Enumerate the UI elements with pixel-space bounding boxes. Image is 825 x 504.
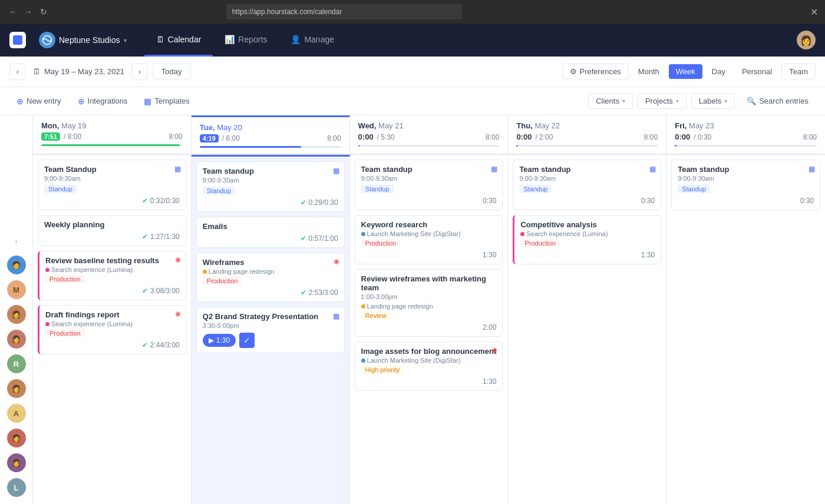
day-time-row-thu: 0:00 / 2:00 8:00	[516, 132, 658, 141]
entry-card-mon-2[interactable]: Weekly planning ✔ 1:27/1:30	[38, 215, 186, 246]
sidebar-avatar-6[interactable]: 👩	[7, 379, 26, 398]
sidebar-avatar-8[interactable]: 👩	[7, 429, 26, 447]
calendar-small-icon: 🗓	[33, 67, 41, 76]
forward-button[interactable]: →	[22, 6, 34, 18]
sidebar-avatar-9[interactable]: 👩	[7, 453, 26, 472]
entry-tag: Production	[361, 239, 401, 247]
clients-filter[interactable]: Clients ▾	[588, 93, 633, 109]
entry-logged: 0:32/0:30	[150, 197, 180, 205]
entry-card-thu-2[interactable]: Competitive analysis Search experience (…	[513, 215, 661, 264]
entry-card-tue-1[interactable]: ▦ Team standup 9:00-9:30am Standup ✔ 0:2…	[196, 161, 345, 212]
play-icon: ▶	[209, 336, 214, 344]
day-time-total-tue: 8:00	[327, 134, 341, 142]
entry-tag: Review	[361, 311, 391, 320]
day-name-mon: Mon, May 19	[41, 121, 183, 130]
day-column-fri: ▦ Team standup 9:00-9:30am Standup 0:30	[666, 155, 825, 504]
entry-title: Review wireframes with marketing team	[361, 274, 497, 292]
timer-play-button[interactable]: ▶ 1:30	[203, 334, 236, 347]
today-button[interactable]: Today	[153, 64, 191, 79]
workspace-chevron-icon: ▾	[124, 37, 127, 44]
entry-time: 9:00-9:30am	[678, 175, 814, 182]
plus-icon: ⊕	[16, 97, 24, 106]
app-logo	[9, 32, 26, 48]
entry-project: Launch Marketing Site (DigiStar)	[361, 230, 497, 237]
day-view-button[interactable]: Day	[705, 64, 732, 79]
projects-filter[interactable]: Projects ▾	[638, 93, 687, 109]
back-button[interactable]: ←	[7, 6, 19, 18]
entry-card-wed-1[interactable]: ▦ Team standup 9:00-9:30am Standup 0:30	[355, 160, 503, 210]
project-dot	[45, 322, 50, 326]
multi-icon: ❋	[175, 256, 181, 264]
nav-tab-calendar[interactable]: 🗓 Calendar	[144, 24, 213, 57]
week-view-button[interactable]: Week	[669, 64, 702, 79]
nav-tab-reports[interactable]: 📊 Reports	[213, 24, 279, 57]
labels-filter[interactable]: Labels ▾	[691, 93, 735, 109]
project-dot	[520, 232, 524, 236]
url-bar[interactable]: https://app.hourstack.com/calendar	[226, 4, 462, 19]
entry-goal: 0:30	[800, 197, 814, 205]
project-dot	[45, 268, 50, 272]
entry-project: Search experience (Lumina)	[520, 230, 655, 237]
refresh-button[interactable]: ↻	[38, 6, 50, 18]
entry-card-wed-3[interactable]: Review wireframes with marketing team 1:…	[355, 269, 503, 337]
user-avatar[interactable]: 👩	[797, 31, 816, 49]
entry-project: Search experience (Lumina)	[45, 320, 180, 327]
entry-title: Team standup	[203, 167, 338, 175]
day-timer-badge-tue: 4:19	[200, 134, 219, 142]
day-timer-fri: 0:00	[675, 132, 690, 141]
sidebar-avatar-7[interactable]: A	[7, 404, 26, 423]
templates-button[interactable]: ▦ Templates	[137, 94, 196, 109]
month-view-button[interactable]: Month	[631, 64, 666, 79]
entry-time: 1:00-3:00pm	[361, 293, 497, 300]
shared-icon: ▦	[174, 165, 181, 173]
entry-goal: 1:30	[483, 377, 496, 386]
entry-tag: High priority	[361, 366, 404, 374]
sidebar-avatar-10[interactable]: L	[7, 478, 26, 497]
sidebar-avatar-1[interactable]: 🧑	[7, 256, 26, 274]
entry-card-tue-4[interactable]: ▦ Q2 Brand Strategy Presentation 3:30-5:…	[196, 307, 345, 353]
day-time-row-tue: 4:19 / 6:00 8:00	[200, 134, 341, 142]
timer-check-button[interactable]: ✓	[239, 333, 255, 348]
entry-title: Team standup	[519, 165, 655, 174]
entry-title: Competitive analysis	[520, 220, 655, 229]
entry-card-thu-1[interactable]: ▦ Team standup 9:00-9:30am Standup 0:30	[513, 160, 661, 210]
entry-title: Wireframes	[203, 258, 338, 267]
entry-footer: 2:00	[361, 323, 497, 331]
nav-tab-manage[interactable]: 👤 Manage	[279, 24, 346, 57]
entry-title: Image assets for blog announcement	[361, 347, 497, 356]
entry-card-mon-1[interactable]: ▦ Team Standup 9:00-9:30am Standup ✔ 0:3…	[38, 160, 186, 210]
prev-week-button[interactable]: ‹	[9, 64, 26, 80]
personal-view-button[interactable]: Personal	[735, 64, 779, 79]
entry-card-mon-3[interactable]: ❋ Review baseline testing results Search…	[38, 251, 186, 300]
entry-title: Team Standup	[44, 165, 180, 174]
day-time-total-fri: 8:00	[803, 133, 817, 141]
next-week-button[interactable]: ›	[131, 64, 148, 80]
day-name-fri: Fri, May 23	[675, 121, 817, 130]
sidebar-avatar-5[interactable]: R	[7, 354, 26, 373]
entry-card-tue-3[interactable]: ❋ Wireframes Landing page redesign Produ…	[196, 253, 345, 302]
entry-card-tue-2[interactable]: Emails ✔ 0:57/1:00	[196, 217, 345, 248]
entry-tag: Standup	[519, 185, 552, 193]
integrations-button[interactable]: ⊕ Integrations	[71, 94, 135, 109]
entry-title: Team standup	[678, 165, 814, 174]
time-progress-fill-tue	[200, 146, 302, 148]
sidebar-avatar-4[interactable]: 👩	[7, 330, 26, 349]
entry-card-fri-1[interactable]: ▦ Team standup 9:00-9:30am Standup 0:30	[671, 160, 820, 210]
search-button[interactable]: 🔍 Search entries	[740, 94, 816, 108]
entry-time: 9:00-9:30am	[203, 177, 338, 184]
team-view-button[interactable]: Team	[781, 64, 816, 79]
new-entry-button[interactable]: ⊕ New entry	[9, 94, 68, 109]
preferences-button[interactable]: ⚙ Preferences	[562, 64, 629, 79]
time-progress-tue	[200, 146, 341, 148]
entry-logged: 3:08/3:00	[150, 287, 180, 295]
sidebar-avatar-2[interactable]: M	[7, 280, 26, 299]
integrations-icon: ⊕	[78, 97, 85, 106]
workspace-selector[interactable]: Neptune Studios ▾	[33, 28, 133, 52]
entry-card-wed-2[interactable]: Keyword research Launch Marketing Site (…	[355, 215, 503, 264]
sidebar-toggle[interactable]: ›	[8, 233, 25, 250]
sidebar-avatar-3[interactable]: 👩	[7, 305, 26, 324]
entry-card-mon-4[interactable]: ❋ Draft findings report Search experienc…	[38, 305, 186, 354]
entry-card-wed-4[interactable]: ❋ Image assets for blog announcement Lau…	[355, 341, 503, 391]
entry-logged: 2:53/3:00	[309, 289, 338, 297]
close-button[interactable]: ✕	[810, 6, 818, 18]
